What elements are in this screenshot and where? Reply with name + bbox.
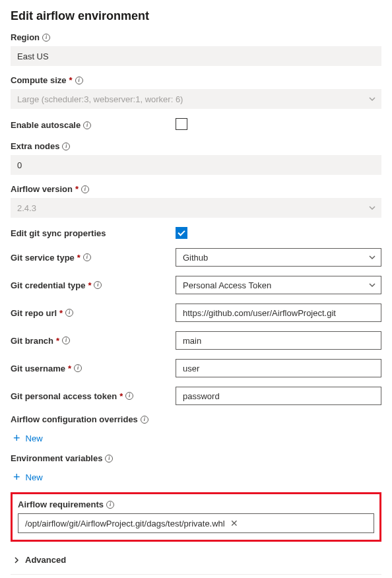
field-git-username: Git username * i [11,359,381,377]
field-compute-size: Compute size * i [11,75,381,109]
field-git-repo-url: Git repo url * i [11,304,381,322]
git-credential-type-select[interactable]: Personal Access Token [176,276,381,294]
field-env-vars: Environment variables i + New [11,453,381,483]
label-git-service-type: Git service type [11,253,75,263]
git-pat-input[interactable] [176,387,381,405]
required-marker: * [88,280,91,290]
enable-autoscale-checkbox[interactable] [176,118,187,130]
label-env-vars: Environment variables [11,453,102,463]
label-edit-git-sync: Edit git sync properties [11,228,106,238]
info-icon[interactable]: i [105,455,113,463]
info-icon[interactable]: i [62,143,70,150]
airflow-requirements-highlight: Airflow requirements i /opt/airflow/git/… [11,492,381,542]
page-title: Edit airflow environment [11,9,381,23]
region-input[interactable] [11,46,381,66]
label-region: Region [11,32,40,42]
info-icon[interactable]: i [94,281,102,289]
airflow-version-select[interactable] [11,198,381,218]
label-airflow-config-overrides: Airflow configuration overrides [11,414,138,424]
label-airflow-requirements: Airflow requirements [18,499,104,509]
info-icon[interactable]: i [75,77,83,84]
field-enable-autoscale: Enable autoscale i [11,118,381,132]
info-icon[interactable]: i [125,392,133,400]
add-env-var-button[interactable]: + New [11,467,381,483]
field-airflow-requirements: Airflow requirements i /opt/airflow/git/… [18,499,374,533]
info-icon[interactable]: i [65,309,73,317]
label-enable-autoscale: Enable autoscale [11,120,81,130]
compute-size-select[interactable] [11,89,381,109]
field-git-service-type: Git service type * i Github [11,248,381,267]
remove-tag-icon[interactable]: ✕ [230,518,238,529]
info-icon[interactable]: i [42,34,50,42]
field-airflow-config-overrides: Airflow configuration overrides i + New [11,414,381,444]
label-git-branch: Git branch [11,336,53,346]
field-git-pat: Git personal access token * i [11,387,381,405]
plus-icon: + [13,471,20,483]
plus-icon: + [13,432,20,444]
info-icon[interactable]: i [106,501,114,509]
edit-git-sync-checkbox[interactable] [176,227,187,239]
info-icon[interactable]: i [83,121,91,129]
label-git-pat: Git personal access token [11,391,117,401]
field-git-credential-type: Git credential type * i Personal Access … [11,276,381,294]
field-airflow-version: Airflow version * i [11,184,381,218]
info-icon[interactable]: i [83,253,91,261]
requirement-tag-text: /opt/airflow/git/AirflowProject.git/dags… [25,519,225,529]
label-git-repo-url: Git repo url [11,308,57,318]
advanced-expander[interactable]: Advanced [11,550,381,574]
required-marker: * [119,391,123,401]
git-service-type-select[interactable]: Github [176,248,381,267]
field-region: Region i [11,32,381,66]
required-marker: * [59,308,63,318]
info-icon[interactable]: i [62,337,70,344]
git-branch-input[interactable] [176,331,381,350]
extra-nodes-input[interactable] [11,155,381,175]
add-new-label: New [26,434,43,443]
label-extra-nodes: Extra nodes [11,141,59,151]
git-repo-url-input[interactable] [176,304,381,322]
footer-bar: Apply Cancel [11,574,381,578]
field-extra-nodes: Extra nodes i [11,141,381,175]
git-username-input[interactable] [176,359,381,377]
required-marker: * [68,364,71,373]
info-icon[interactable]: i [74,364,82,372]
field-edit-git-sync: Edit git sync properties [11,227,381,239]
info-icon[interactable]: i [81,185,89,193]
label-git-credential-type: Git credential type [11,280,85,290]
add-new-label: New [26,472,43,482]
add-config-override-button[interactable]: + New [11,428,381,444]
label-git-username: Git username [11,364,65,373]
chevron-right-icon [13,557,20,563]
airflow-requirements-input[interactable]: /opt/airflow/git/AirflowProject.git/dags… [18,513,374,533]
advanced-label: Advanced [25,555,66,565]
required-marker: * [56,336,59,346]
field-git-branch: Git branch * i [11,331,381,350]
required-marker: * [75,184,79,194]
required-marker: * [69,75,73,85]
label-compute-size: Compute size [11,75,67,85]
info-icon[interactable]: i [141,416,148,424]
required-marker: * [77,253,81,263]
label-airflow-version: Airflow version [11,184,73,194]
